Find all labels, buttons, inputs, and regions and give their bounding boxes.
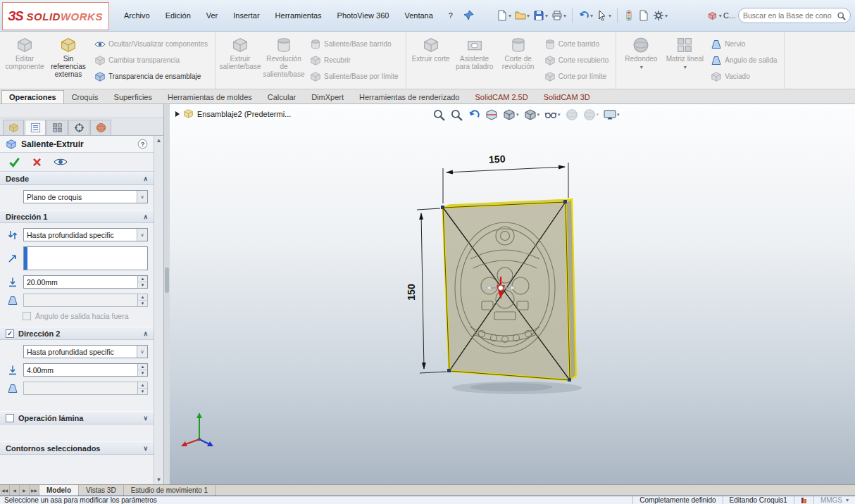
- sketch-point[interactable]: [563, 200, 567, 203]
- open-button[interactable]: ▾: [513, 8, 531, 23]
- no-external-references-button[interactable]: Sin referencias externas: [46, 34, 90, 87]
- help-icon[interactable]: [137, 139, 148, 149]
- sketch-point[interactable]: [568, 378, 571, 382]
- spin-up-icon[interactable]: ▲: [138, 276, 147, 282]
- splitter-handle[interactable]: [165, 267, 169, 293]
- dimxpertmanager-tab[interactable]: [68, 120, 89, 135]
- dropdown-caret-icon[interactable]: ∨: [137, 229, 147, 241]
- tab-herramientas-renderizado[interactable]: Herramientas de renderizado: [351, 90, 467, 103]
- flyout-expand-icon[interactable]: [175, 111, 180, 117]
- boundary-cut-button[interactable]: Corte por límite: [542, 68, 612, 84]
- tab-estudio-movimiento[interactable]: Estudio de movimiento 1: [124, 485, 216, 496]
- section-contornos[interactable]: Contornos seleccionados ∨: [0, 441, 154, 455]
- new-document-button[interactable]: ▾: [495, 8, 513, 23]
- assembly-name[interactable]: Ensamblaje2 (Predetermi...: [197, 110, 291, 118]
- hole-wizard-button[interactable]: Asistente para taladro: [453, 34, 497, 87]
- revolved-cut-button[interactable]: Corte de revolución: [497, 34, 540, 87]
- search-scope-selector[interactable]: ▾ C...: [708, 11, 735, 20]
- display-style-button[interactable]: ▾: [523, 107, 541, 122]
- collapse-chevron-icon[interactable]: ∧: [143, 213, 148, 220]
- zoom-to-area-button[interactable]: [449, 107, 463, 122]
- menu-ver[interactable]: Ver: [200, 8, 225, 23]
- property-manager-scrollbar[interactable]: ▲ ▼: [154, 136, 163, 484]
- graphics-viewport[interactable]: Ensamblaje2 (Predetermi... ▾ ▾ ▾ ▾ ▾: [170, 104, 855, 484]
- tab-operaciones[interactable]: Operaciones: [1, 90, 64, 103]
- menu-edicion[interactable]: Edición: [159, 8, 197, 23]
- thin-feature-checkbox[interactable]: [6, 414, 14, 422]
- preview-eye-icon[interactable]: [54, 157, 68, 167]
- configurationmanager-tab[interactable]: [46, 120, 68, 135]
- expand-chevron-icon[interactable]: ∨: [143, 445, 148, 452]
- hide-show-items-button[interactable]: ▾: [544, 107, 561, 122]
- expand-chevron-icon[interactable]: ∨: [143, 415, 148, 422]
- depth1-input[interactable]: [24, 276, 137, 288]
- tab-vistas-3d[interactable]: Vistas 3D: [79, 485, 124, 496]
- featuremanager-tab[interactable]: [3, 120, 24, 135]
- file-properties-button[interactable]: [637, 8, 651, 23]
- section-operacion-lamina[interactable]: Operación lámina ∨: [0, 411, 154, 424]
- tab-superficies[interactable]: Superficies: [106, 90, 160, 103]
- section-view-button[interactable]: [485, 107, 499, 122]
- previous-view-button[interactable]: [467, 107, 481, 122]
- displaymanager-tab[interactable]: [90, 120, 111, 135]
- tab-solidcam-25d[interactable]: SolidCAM 2.5D: [467, 90, 535, 103]
- extruded-boss-button[interactable]: Extruir saliente/base: [218, 34, 262, 87]
- flyout-feature-tree[interactable]: Ensamblaje2 (Predetermi...: [175, 108, 291, 119]
- tab-calcular[interactable]: Calcular: [260, 90, 304, 103]
- pin-menu-icon[interactable]: [462, 8, 475, 23]
- direction1-selection-box[interactable]: [23, 246, 148, 270]
- panel-splitter[interactable]: [164, 104, 170, 484]
- view-orientation-button[interactable]: ▾: [502, 107, 520, 122]
- loft-button[interactable]: Recubrir: [307, 52, 401, 68]
- scroll-first-tab-button[interactable]: ◀◀: [0, 485, 10, 496]
- dropdown-caret-icon[interactable]: ∨: [137, 191, 147, 203]
- section-direccion2[interactable]: ✓ Dirección 2 ∧: [0, 327, 154, 340]
- save-button[interactable]: ▾: [532, 8, 549, 23]
- menu-photoview[interactable]: PhotoView 360: [331, 8, 396, 23]
- dropdown-caret-icon[interactable]: ∨: [137, 346, 147, 358]
- reverse-direction-icon[interactable]: [6, 229, 20, 241]
- spin-down-icon[interactable]: ▼: [138, 370, 147, 376]
- scroll-down-icon[interactable]: ▼: [156, 477, 162, 483]
- search-icon[interactable]: [837, 11, 846, 20]
- propertymanager-tab[interactable]: [25, 120, 46, 135]
- dimension-height[interactable]: 150: [406, 208, 447, 373]
- units-selector[interactable]: MMGS▾: [813, 496, 855, 504]
- rib-button[interactable]: Nervio: [708, 36, 780, 52]
- draft-button[interactable]: Ángulo de salida: [708, 52, 780, 68]
- tab-croquis[interactable]: Croquis: [64, 90, 106, 103]
- start-condition-dropdown[interactable]: Plano de croquis ∨: [23, 190, 148, 203]
- menu-insertar[interactable]: Insertar: [227, 8, 266, 23]
- undo-button[interactable]: ▾: [577, 8, 594, 23]
- zoom-to-fit-button[interactable]: [432, 107, 446, 122]
- dimension-width[interactable]: 150: [443, 153, 568, 203]
- end-condition2-dropdown[interactable]: Hasta profundidad specific ∨: [23, 345, 148, 358]
- cancel-button[interactable]: [32, 157, 42, 168]
- print-button[interactable]: ▾: [550, 8, 568, 23]
- swept-boss-button[interactable]: Saliente/Base barrido: [307, 36, 401, 52]
- lofted-cut-button[interactable]: Corte recubierto: [542, 52, 612, 68]
- tab-dimxpert[interactable]: DimXpert: [304, 90, 351, 103]
- sketch-point[interactable]: [447, 369, 451, 372]
- menu-archivo[interactable]: Archivo: [118, 8, 156, 23]
- extruded-cut-button[interactable]: Extruir corte: [409, 34, 453, 87]
- revolved-boss-button[interactable]: Revolución de saliente/base: [262, 34, 306, 87]
- tab-solidcam-3d[interactable]: SolidCAM 3D: [536, 90, 598, 103]
- edit-component-button[interactable]: Editar componente: [3, 34, 46, 87]
- sketch-point[interactable]: [441, 206, 444, 209]
- menu-ventana[interactable]: Ventana: [398, 8, 439, 23]
- end-condition1-dropdown[interactable]: Hasta profundidad specific ∨: [23, 228, 148, 241]
- swept-cut-button[interactable]: Corte barrido: [542, 36, 612, 52]
- menu-help[interactable]: ?: [442, 8, 459, 23]
- scroll-prev-tab-button[interactable]: ◀: [10, 485, 20, 496]
- linear-pattern-button[interactable]: Matriz lineal ▾: [663, 34, 706, 87]
- menu-herramientas[interactable]: Herramientas: [269, 8, 328, 23]
- section-direccion1[interactable]: Dirección 1 ∧: [0, 210, 154, 223]
- change-transparency-button[interactable]: Cambiar transparencia: [92, 52, 211, 68]
- section-desde[interactable]: Desde ∧: [0, 172, 154, 185]
- tab-herramientas-moldes[interactable]: Herramientas de moldes: [160, 90, 260, 103]
- search-input[interactable]: [743, 11, 837, 20]
- depth2-input[interactable]: [24, 364, 137, 376]
- scroll-last-tab-button[interactable]: ▶▶: [30, 485, 39, 496]
- collapse-chevron-icon[interactable]: ∧: [143, 330, 148, 337]
